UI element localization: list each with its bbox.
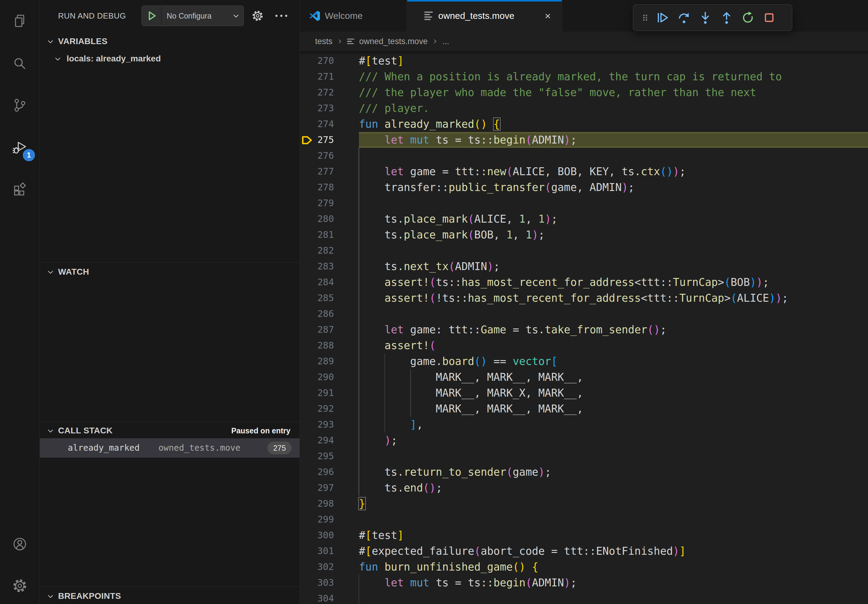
code-line[interactable]: 294 ); [300, 432, 868, 448]
code-line[interactable]: 270#[test] [300, 53, 868, 69]
line-number[interactable]: 301 [300, 543, 334, 559]
line-number[interactable]: 299 [300, 511, 334, 527]
line-number[interactable]: 302 [300, 559, 334, 575]
restart-button[interactable] [737, 9, 758, 27]
source-control-icon[interactable] [12, 98, 27, 113]
tab-welcome[interactable]: Welcome [300, 0, 407, 32]
code-line[interactable]: 301#[expected_failure(abort_code = ttt::… [300, 543, 868, 559]
line-number[interactable]: 297 [300, 480, 334, 496]
line-number[interactable]: 294 [300, 432, 334, 448]
code-line[interactable]: 277 let game = ttt::new(ALICE, BOB, KEY,… [300, 164, 868, 180]
account-icon[interactable] [12, 537, 27, 551]
line-number[interactable]: 296 [300, 464, 334, 480]
code-line[interactable]: 304 [300, 591, 868, 604]
code-line[interactable]: 285 assert!(!ts::has_most_recent_for_add… [300, 290, 868, 306]
code-line[interactable]: 276 [300, 148, 868, 164]
watch-section-header[interactable]: WATCH [40, 265, 299, 279]
line-number[interactable]: 281 [300, 227, 334, 243]
step-out-button[interactable] [716, 9, 737, 27]
code-line[interactable]: 295 [300, 448, 868, 464]
call-stack-section-header[interactable]: CALL STACK Paused on entry [40, 423, 299, 438]
breadcrumb-item-tests[interactable]: tests [315, 37, 332, 46]
code-line[interactable]: 292 MARK__, MARK__, MARK__, [300, 401, 868, 417]
code-line[interactable]: 288 assert!( [300, 338, 868, 353]
code-line[interactable]: 281 ts.place_mark(BOB, 1, 1); [300, 227, 868, 243]
code-line[interactable]: 284 assert!(ts::has_most_recent_for_addr… [300, 274, 868, 290]
start-debug-icon[interactable] [146, 10, 158, 22]
code-line[interactable]: 287 let game: ttt::Game = ts.take_from_s… [300, 322, 868, 338]
breadcrumb-item-file[interactable]: owned_tests.move [359, 37, 428, 46]
code-line[interactable]: 290 MARK__, MARK__, MARK__, [300, 369, 868, 385]
code-line[interactable]: 299 [300, 511, 868, 527]
line-number[interactable]: 288 [300, 338, 334, 353]
code-line[interactable]: 283 ts.next_tx(ADMIN); [300, 259, 868, 274]
search-icon[interactable] [12, 56, 27, 71]
toolbar-drag-grip[interactable] [638, 9, 652, 27]
line-number[interactable]: 271 [300, 69, 334, 85]
code-line[interactable]: 298} [300, 496, 868, 511]
code-line[interactable]: 291 MARK__, MARK_X, MARK__, [300, 385, 868, 401]
line-number[interactable]: 298 [300, 496, 334, 511]
line-number[interactable]: 300 [300, 527, 334, 543]
line-number[interactable]: 285 [300, 290, 334, 306]
code-line[interactable]: 282 [300, 243, 868, 259]
extensions-icon[interactable] [12, 183, 27, 197]
chevron-down-icon[interactable] [232, 12, 240, 20]
code-line[interactable]: 274fun already_marked() { [300, 116, 868, 132]
line-number[interactable]: 304 [300, 591, 334, 604]
line-number[interactable]: 284 [300, 274, 334, 290]
line-number[interactable]: 278 [300, 180, 334, 195]
line-number[interactable]: 291 [300, 385, 334, 401]
line-number[interactable]: 289 [300, 353, 334, 369]
debug-settings-gear-icon[interactable] [250, 9, 265, 23]
explorer-icon[interactable] [12, 14, 27, 28]
line-number[interactable]: 293 [300, 417, 334, 432]
code-line[interactable]: 275 let mut ts = ts::begin(ADMIN); [300, 132, 868, 148]
continue-button[interactable] [652, 9, 673, 27]
line-number[interactable]: 276 [300, 148, 334, 164]
code-line[interactable]: 279 [300, 195, 868, 211]
code-line[interactable]: 273/// player. [300, 101, 868, 116]
line-number[interactable]: 303 [300, 575, 334, 591]
code-line[interactable]: 280 ts.place_mark(ALICE, 1, 1); [300, 211, 868, 227]
line-number[interactable]: 279 [300, 195, 334, 211]
line-number[interactable]: 280 [300, 211, 334, 227]
line-number[interactable]: 273 [300, 101, 334, 116]
line-number[interactable]: 292 [300, 401, 334, 417]
line-number[interactable]: 295 [300, 448, 334, 464]
more-actions-icon[interactable] [273, 9, 289, 23]
line-number[interactable]: 272 [300, 85, 334, 101]
line-number[interactable]: 283 [300, 259, 334, 274]
breakpoints-section-header[interactable]: BREAKPOINTS [40, 589, 299, 603]
debug-config-dropdown[interactable]: No Configurations [141, 5, 244, 26]
code-line[interactable]: 293 ], [300, 417, 868, 432]
code-line[interactable]: 296 ts.return_to_sender(game); [300, 464, 868, 480]
code-line[interactable]: 286 [300, 306, 868, 322]
variables-section-header[interactable]: VARIABLES [40, 34, 299, 49]
stop-button[interactable] [758, 9, 780, 27]
tab-owned-tests-move[interactable]: owned_tests.move × [407, 0, 562, 32]
line-number[interactable]: 274 [300, 116, 334, 132]
step-over-button[interactable] [673, 9, 694, 27]
code-line[interactable]: 272/// the player who made the "false" m… [300, 85, 868, 101]
code-line[interactable]: 278 transfer::public_transfer(game, ADMI… [300, 180, 868, 195]
code-line[interactable]: 297 ts.end(); [300, 480, 868, 496]
line-number[interactable]: 270 [300, 53, 334, 69]
variables-scope-row[interactable]: locals: already_marked [40, 51, 299, 66]
code-line[interactable]: 271/// When a position is already marked… [300, 69, 868, 85]
code-line[interactable]: 300#[test] [300, 527, 868, 543]
code-line[interactable]: 302fun burn_unfinished_game() { [300, 559, 868, 575]
line-number[interactable]: 290 [300, 369, 334, 385]
settings-gear-icon[interactable] [12, 578, 27, 593]
breadcrumb-item-symbol[interactable]: ... [442, 37, 449, 46]
line-number[interactable]: 287 [300, 322, 334, 338]
step-into-button[interactable] [694, 9, 716, 27]
stack-frame-row[interactable]: already_marked owned_tests.move 275 [40, 438, 299, 458]
debug-config-value[interactable]: No Configurations [167, 6, 212, 26]
close-icon[interactable]: × [542, 10, 553, 21]
line-number[interactable]: 277 [300, 164, 334, 180]
code-line[interactable]: 289 game.board() == vector[ [300, 353, 868, 369]
line-number[interactable]: 286 [300, 306, 334, 322]
code-line[interactable]: 303 let mut ts = ts::begin(ADMIN); [300, 575, 868, 591]
line-number[interactable]: 282 [300, 243, 334, 259]
